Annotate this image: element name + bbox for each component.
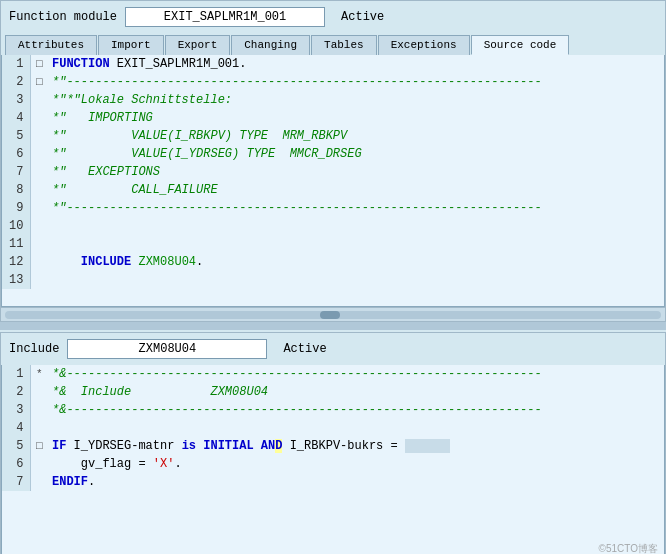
table-row: 4: [2, 419, 664, 437]
table-row: 7 *" EXCEPTIONS: [2, 163, 664, 181]
bottom-code-area[interactable]: 1 * *&----------------------------------…: [1, 365, 665, 554]
tab-export[interactable]: Export: [165, 35, 231, 55]
tab-attributes[interactable]: Attributes: [5, 35, 97, 55]
table-row: 3 *&------------------------------------…: [2, 401, 664, 419]
line-marker: [30, 163, 48, 181]
line-marker: □: [30, 55, 48, 73]
line-num: 4: [2, 109, 30, 127]
bottom-code-container: 1 * *&----------------------------------…: [1, 365, 665, 554]
table-row: 7 ENDIF.: [2, 473, 664, 491]
line-num: 1: [2, 55, 30, 73]
top-scrollbar[interactable]: [1, 307, 665, 321]
line-code: FUNCTION EXIT_SAPLMR1M_001.: [48, 55, 664, 73]
top-code-table: 1 □ FUNCTION EXIT_SAPLMR1M_001. 2 □ *"--…: [2, 55, 664, 289]
line-num: 2: [2, 73, 30, 91]
line-marker: [30, 419, 48, 437]
line-code: ENDIF.: [48, 473, 664, 491]
table-row: 10: [2, 217, 664, 235]
table-row: 6 gv_flag = 'X'.: [2, 455, 664, 473]
line-code: *" VALUE(I_YDRSEG) TYPE MMCR_DRSEG: [48, 145, 664, 163]
line-marker: [30, 217, 48, 235]
line-marker: [30, 181, 48, 199]
line-code: *"--------------------------------------…: [48, 73, 664, 91]
table-row: 9 *"------------------------------------…: [2, 199, 664, 217]
line-num: 5: [2, 437, 30, 455]
line-code: IF I_YDRSEG-matnr is INITIAL AND I_RBKPV…: [48, 437, 664, 455]
tab-changing[interactable]: Changing: [231, 35, 310, 55]
line-code: *"*"Lokale Schnittstelle:: [48, 91, 664, 109]
line-code: *&--------------------------------------…: [48, 401, 664, 419]
include-value[interactable]: ZXM08U04: [67, 339, 267, 359]
top-code-container: 1 □ FUNCTION EXIT_SAPLMR1M_001. 2 □ *"--…: [1, 55, 665, 321]
line-num: 6: [2, 455, 30, 473]
line-code: *" EXCEPTIONS: [48, 163, 664, 181]
tab-import[interactable]: Import: [98, 35, 164, 55]
bottom-header-bar: Include ZXM08U04 Active: [1, 333, 665, 365]
line-num: 7: [2, 473, 30, 491]
include-label: Include: [9, 342, 59, 356]
table-row: 5 *" VALUE(I_RBKPV) TYPE MRM_RBKPV: [2, 127, 664, 145]
line-num: 3: [2, 91, 30, 109]
line-code: [48, 419, 664, 437]
table-row: 12 INCLUDE ZXM08U04.: [2, 253, 664, 271]
bottom-status: Active: [283, 342, 326, 356]
line-code: *" VALUE(I_RBKPV) TYPE MRM_RBKPV: [48, 127, 664, 145]
line-marker: □: [30, 437, 48, 455]
scrollbar-track[interactable]: [5, 311, 661, 319]
line-marker: [30, 199, 48, 217]
scrollbar-thumb[interactable]: [320, 311, 340, 319]
line-num: 12: [2, 253, 30, 271]
line-num: 9: [2, 199, 30, 217]
table-row: 2 □ *"----------------------------------…: [2, 73, 664, 91]
table-row: 8 *" CALL_FAILURE: [2, 181, 664, 199]
table-row: 3 *"*"Lokale Schnittstelle:: [2, 91, 664, 109]
watermark: ©51CTO博客: [599, 542, 658, 554]
top-panel: Function module EXIT_SAPLMR1M_001 Active…: [0, 0, 666, 322]
line-code: gv_flag = 'X'.: [48, 455, 664, 473]
function-module-value[interactable]: EXIT_SAPLMR1M_001: [125, 7, 325, 27]
line-num: 10: [2, 217, 30, 235]
line-num: 2: [2, 383, 30, 401]
line-marker: [30, 401, 48, 419]
top-header-bar: Function module EXIT_SAPLMR1M_001 Active: [1, 1, 665, 33]
tabs-bar: Attributes Import Export Changing Tables…: [1, 33, 665, 55]
line-num: 5: [2, 127, 30, 145]
tab-tables[interactable]: Tables: [311, 35, 377, 55]
top-code-area[interactable]: 1 □ FUNCTION EXIT_SAPLMR1M_001. 2 □ *"--…: [1, 55, 665, 307]
table-row: 5 □ IF I_YDRSEG-matnr is INITIAL AND I_R…: [2, 437, 664, 455]
table-row: 6 *" VALUE(I_YDRSEG) TYPE MMCR_DRSEG: [2, 145, 664, 163]
table-row: 4 *" IMPORTING: [2, 109, 664, 127]
line-marker: [30, 109, 48, 127]
line-marker: [30, 127, 48, 145]
panel-divider: [0, 322, 666, 330]
line-num: 11: [2, 235, 30, 253]
top-status: Active: [341, 10, 384, 24]
line-code: [48, 271, 664, 289]
line-marker: [30, 473, 48, 491]
line-code: *"--------------------------------------…: [48, 199, 664, 217]
table-row: 11: [2, 235, 664, 253]
line-code: *& Include ZXM08U04: [48, 383, 664, 401]
table-row: 13: [2, 271, 664, 289]
line-num: 1: [2, 365, 30, 383]
line-marker: [30, 455, 48, 473]
line-marker: [30, 383, 48, 401]
line-marker: [30, 253, 48, 271]
bottom-code-table: 1 * *&----------------------------------…: [2, 365, 664, 491]
line-marker: [30, 271, 48, 289]
bottom-panel: Include ZXM08U04 Active 1 * *&----------…: [0, 332, 666, 554]
tab-source-code[interactable]: Source code: [471, 35, 570, 55]
table-row: 2 *& Include ZXM08U04: [2, 383, 664, 401]
line-num: 4: [2, 419, 30, 437]
function-module-label: Function module: [9, 10, 117, 24]
line-marker: [30, 145, 48, 163]
line-code: INCLUDE ZXM08U04.: [48, 253, 664, 271]
table-row: 1 * *&----------------------------------…: [2, 365, 664, 383]
table-row: 1 □ FUNCTION EXIT_SAPLMR1M_001.: [2, 55, 664, 73]
line-marker: □: [30, 73, 48, 91]
tab-exceptions[interactable]: Exceptions: [378, 35, 470, 55]
line-num: 3: [2, 401, 30, 419]
line-marker: [30, 91, 48, 109]
line-marker: *: [30, 365, 48, 383]
line-code: [48, 217, 664, 235]
